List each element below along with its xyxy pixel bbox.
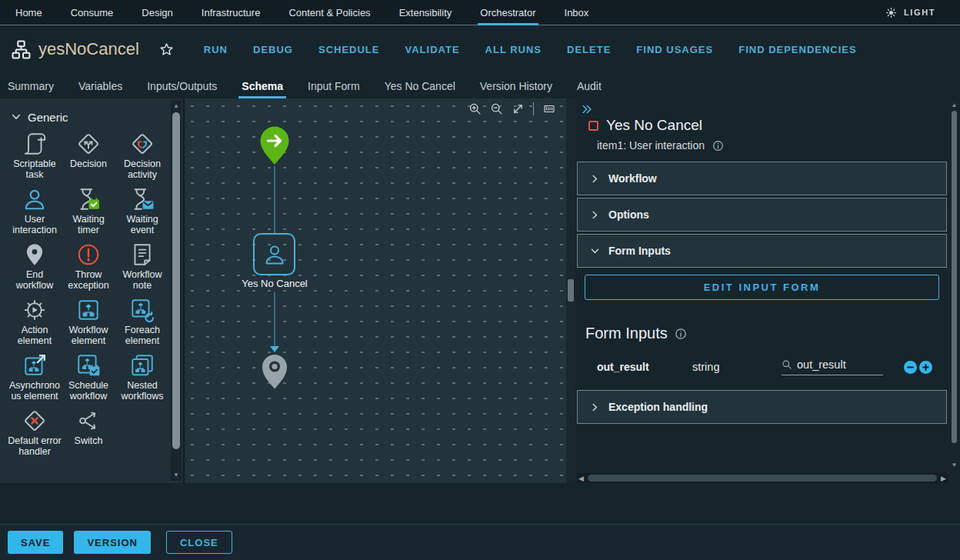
tab-label: Input Form [308,80,360,92]
header-action-button[interactable]: RUN [204,44,228,55]
zoom-in-icon[interactable] [468,102,482,115]
nav-item-label: Design [142,7,172,18]
workflow-icon [11,39,32,60]
star-icon[interactable] [158,42,175,58]
palette-item[interactable]: Action element [8,297,62,346]
start-node[interactable] [258,126,292,166]
scroll-down-arrow[interactable]: ▼ [171,472,182,479]
palette-item[interactable]: Switch [62,408,115,457]
fullscreen-icon[interactable] [512,102,525,115]
header-action-button[interactable]: FIND USAGES [636,44,713,55]
footer-button[interactable]: VERSION [74,531,151,554]
tab[interactable]: Variables [78,73,122,98]
palette-item[interactable]: Foreach element [115,297,169,346]
palette-item[interactable]: Scriptable task [8,131,62,180]
nav-item[interactable]: Orchestrator [480,0,535,25]
scroll-up-arrow[interactable]: ▲ [949,102,959,109]
edit-input-form-button[interactable]: EDIT INPUT FORM [585,275,939,300]
header-action-label: DEBUG [253,44,293,55]
footer-bar: SAVE VERSION CLOSE [0,524,960,560]
palette-group-generic[interactable]: Generic [11,109,163,125]
nav-item-label: Inbox [565,7,589,18]
tab[interactable]: Summary [8,73,54,98]
section-exception-handling[interactable]: Exception handling [577,390,947,424]
inspector-horizontal-scrollbar[interactable]: ◀ ▶ [577,473,948,483]
end-node[interactable] [259,354,290,390]
nav-item[interactable]: Home [15,0,42,25]
section-label: Form Inputs [608,245,671,257]
theme-toggle[interactable]: LIGHT [885,0,935,25]
header-action-button[interactable]: DELETE [567,44,611,55]
palette-item[interactable]: Default error handler [8,408,62,457]
tab[interactable]: Version History [480,73,552,98]
palette-item[interactable]: Workflow note [115,242,169,291]
tab[interactable]: Input Form [308,73,360,98]
palette-item[interactable]: Throw exception [62,242,115,291]
add-input-button[interactable] [919,361,932,374]
palette-item[interactable]: Decision activity [115,131,169,180]
scroll-right-arrow[interactable]: ▶ [941,475,946,482]
palette-item[interactable]: Waiting event [115,186,169,235]
inspector-hscrollbar-thumb[interactable] [588,475,937,482]
info-icon[interactable] [675,328,687,340]
tab-label: Summary [8,80,54,92]
footer-button[interactable]: CLOSE [166,531,232,554]
nav-item[interactable]: Design [142,0,172,25]
header-action-button[interactable]: FIND DEPENDENCIES [738,44,857,55]
inspector-scrollbar-thumb[interactable] [952,111,957,443]
info-icon[interactable] [712,140,724,152]
connector-line [274,292,275,348]
header-action-button[interactable]: VALIDATE [405,44,459,55]
tab[interactable]: Audit [577,73,602,98]
nav-item[interactable]: Extensibility [399,0,452,25]
palette-scrollbar[interactable]: ▲ ▼ [171,101,182,481]
nav-item[interactable]: Consume [71,0,114,25]
scroll-up-arrow[interactable]: ▲ [171,102,182,110]
palette-item[interactable]: Schedule workflow [62,352,115,402]
scroll-left-arrow[interactable]: ◀ [578,475,584,482]
header-action-button[interactable]: DEBUG [253,44,293,55]
footer-button[interactable]: SAVE [8,531,63,554]
workflow-canvas[interactable]: Yes No Cancel [185,98,575,483]
palette-item[interactable]: Waiting timer [62,186,115,235]
task-node-yes-no-cancel[interactable] [253,233,295,275]
remove-input-button[interactable] [904,361,917,374]
zoom-out-icon[interactable] [490,102,503,115]
nav-item[interactable]: Inbox [565,0,589,25]
nav-item[interactable]: Infrastructure [202,0,261,25]
collapse-panel-icon[interactable] [581,103,593,115]
birdseye-icon[interactable] [533,102,555,115]
palette-group-label: Generic [28,111,68,124]
header-action-label: FIND USAGES [636,44,713,55]
palette-item[interactable]: User interaction [8,186,62,235]
nav-item[interactable]: Content & Policies [288,0,370,25]
header-action-button[interactable]: SCHEDULE [318,44,380,55]
tab[interactable]: Inputs/Outputs [147,73,217,98]
section-workflow[interactable]: Workflow [577,162,947,195]
inspector-sections: Workflow Options Form Inputs [577,162,947,268]
canvas-scrollbar-thumb[interactable] [568,279,574,302]
palette-item-label: Decision [70,158,107,169]
sun-icon [885,7,897,18]
palette-item[interactable]: Asynchronous element [8,352,62,402]
tab[interactable]: Schema [242,73,283,98]
palette-item[interactable]: Workflow element [62,297,115,346]
scroll-down-arrow[interactable]: ▼ [949,462,959,469]
workflow-title: yesNoCancel [38,39,139,59]
chevron-right-icon [590,402,600,412]
canvas-scrollbar[interactable] [566,98,575,483]
palette-item[interactable]: Nested workflows [115,352,169,402]
palette-item-label: Default error handler [8,435,62,457]
palette-item[interactable]: Decision [62,131,115,180]
section-form-inputs[interactable]: Form Inputs [577,234,947,268]
inspector-vertical-scrollbar[interactable]: ▲ ▼ [949,100,959,471]
section-options[interactable]: Options [577,198,947,232]
palette-item[interactable]: End workflow [8,242,62,291]
header-action-button[interactable]: ALL RUNS [485,44,542,55]
footer-button-label: SAVE [21,537,50,548]
nav-item-label: Consume [71,7,114,18]
palette-scrollbar-thumb[interactable] [172,112,180,449]
tab[interactable]: Yes No Cancel [385,73,455,98]
schema-editor: Generic Scriptable task Decision Decisio… [0,98,960,483]
form-input-value-field[interactable]: out_result [782,358,883,375]
